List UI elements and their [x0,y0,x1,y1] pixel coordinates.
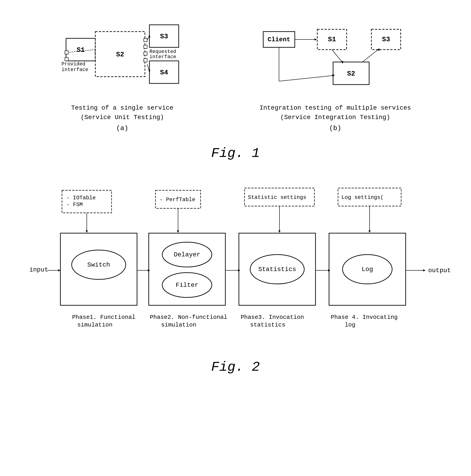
fig1-part-a: S1 Provided interface S2 [59,18,185,132]
svg-text:Provided: Provided [62,61,85,67]
svg-marker-27 [315,38,317,41]
svg-marker-82 [423,269,425,272]
svg-text:- IOTable: - IOTable [66,195,96,201]
svg-text:Phase2. Non-functional: Phase2. Non-functional [150,314,227,321]
svg-text:statistics: statistics [250,322,285,328]
fig1b-label: (b) [329,124,341,132]
svg-text:Switch: Switch [87,261,110,268]
fig1b-diagram: Client S1 S3 S2 [259,18,412,99]
svg-text:input: input [29,266,48,273]
svg-text:S1: S1 [76,46,84,54]
fig1b-caption: Integration testing of multiple services… [260,103,411,122]
fig1-part-b: Client S1 S3 S2 [259,18,412,132]
svg-text:Phase3. Invocation: Phase3. Invocation [241,314,304,321]
svg-marker-48 [86,230,88,233]
svg-text:log: log [345,322,355,328]
svg-rect-4 [65,51,68,54]
fig1a-diagram: S1 Provided interface S2 [59,18,185,99]
svg-rect-10 [144,52,147,55]
svg-text:output: output [428,267,451,274]
svg-line-39 [362,50,378,62]
svg-text:S3: S3 [160,33,168,40]
svg-rect-9 [144,45,147,49]
svg-marker-64 [278,230,281,233]
svg-rect-11 [144,59,147,62]
fig1-section: S1 Provided interface S2 [9,9,462,141]
svg-text:simulation: simulation [161,322,196,328]
svg-text:simulation: simulation [77,322,113,328]
svg-text:Phase 4. Invocating: Phase 4. Invocating [331,314,398,321]
fig2-title: Fig. 2 [9,359,462,375]
svg-rect-5 [65,57,68,61]
fig2-section: input - IOTable - FSM Switch - PerfTable [9,174,462,350]
fig1a-caption: Testing of a single service (Service Uni… [71,103,174,122]
page-container: S1 Provided interface S2 [9,9,462,375]
svg-text:Filter: Filter [176,282,198,289]
svg-text:- PerfTable: - PerfTable [160,197,195,203]
svg-line-35 [279,76,333,81]
svg-text:Phase1. Functional: Phase1. Functional [72,314,135,321]
svg-text:S3: S3 [382,36,390,43]
svg-text:S1: S1 [328,36,336,43]
svg-text:Requested: Requested [149,49,176,54]
fig1a-label: (a) [116,124,128,132]
svg-text:- FSM: - FSM [66,202,83,208]
svg-marker-71 [369,230,371,233]
svg-rect-8 [144,38,147,42]
svg-text:S2: S2 [347,70,355,78]
svg-text:Statistics: Statistics [258,266,296,273]
svg-text:interface: interface [62,67,88,73]
svg-text:Client: Client [267,36,290,43]
fig1-title: Fig. 1 [9,146,462,161]
svg-text:Delayer: Delayer [174,251,200,258]
svg-marker-55 [177,230,179,233]
svg-line-37 [332,50,342,62]
svg-text:Log: Log [362,266,373,273]
svg-text:S2: S2 [116,51,124,58]
svg-text:interface: interface [149,54,176,60]
svg-text:Statistic settings: Statistic settings [248,194,306,201]
svg-text:Log settings(: Log settings( [341,194,384,201]
svg-text:S4: S4 [160,69,168,76]
